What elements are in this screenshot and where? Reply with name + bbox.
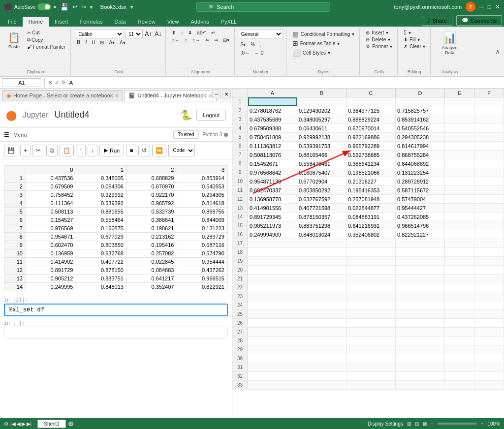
cell-10-a[interactable]: 0.954871139 xyxy=(248,177,297,185)
cell-24-a[interactable] xyxy=(248,301,297,309)
restore-icon[interactable]: □ xyxy=(488,3,491,10)
cell-12-d[interactable]: 0.57479004 xyxy=(396,195,445,203)
cell-18-e[interactable] xyxy=(445,248,474,256)
insert-function-icon[interactable]: fx xyxy=(62,79,65,86)
cell-1-a[interactable] xyxy=(248,97,297,106)
cell-14-c[interactable]: 0.084883191 xyxy=(346,213,396,221)
tab-home[interactable]: Home xyxy=(23,17,49,27)
cell-32-c[interactable] xyxy=(346,372,396,380)
cell-8-a[interactable]: 0.15452671 xyxy=(248,159,297,168)
cell-20-f[interactable] xyxy=(474,266,504,274)
cell-9-c[interactable]: 0.198521066 xyxy=(346,168,396,177)
cell-21-f[interactable] xyxy=(474,275,504,283)
cell-28-b[interactable] xyxy=(297,337,346,345)
cell-26-a[interactable] xyxy=(248,319,297,327)
comments-button[interactable]: 💬 Comments xyxy=(456,15,502,26)
paste-button[interactable]: 📋 Paste xyxy=(5,30,23,51)
autosum-button[interactable]: Σ ▾ xyxy=(402,30,413,36)
tab-formulas[interactable]: Formulas xyxy=(74,17,109,27)
cell-21-content[interactable]: %xl_set df xyxy=(4,304,228,316)
add-sheet-button[interactable]: ⊕ xyxy=(68,420,74,428)
cell-33-c[interactable] xyxy=(346,381,396,389)
font-size-select[interactable]: 11 xyxy=(125,30,143,38)
cell-6-e[interactable] xyxy=(445,142,474,150)
cell-23-d[interactable] xyxy=(396,292,445,301)
fill-button[interactable]: ⬇ Fill ▾ xyxy=(402,36,422,43)
cell-22-e[interactable] xyxy=(445,283,474,292)
cell-10-f[interactable] xyxy=(474,177,504,185)
cell-24-c[interactable] xyxy=(346,301,396,309)
cell-31-b[interactable] xyxy=(297,363,346,371)
bold-button[interactable]: B xyxy=(75,39,82,46)
cut-button[interactable]: ✂Cut xyxy=(25,30,67,36)
cell-1-b[interactable] xyxy=(297,97,346,106)
cell-23-c[interactable] xyxy=(346,292,396,301)
cell-26-e[interactable] xyxy=(445,319,474,327)
cell-32-e[interactable] xyxy=(445,372,474,380)
cell-26-f[interactable] xyxy=(474,319,504,327)
cell-14-a[interactable]: 0.891729345 xyxy=(248,213,297,221)
cell-13-f[interactable] xyxy=(474,204,504,212)
cell-23-a[interactable] xyxy=(248,292,297,301)
insert-cells-button[interactable]: ⊕ Insert ▾ xyxy=(364,30,390,36)
cell-23-b[interactable] xyxy=(297,292,346,301)
grid-body[interactable]: 120.2780187620.1294302020.3849771250.715… xyxy=(232,97,504,418)
fill-color-button[interactable]: A▾ xyxy=(107,39,117,46)
fast-forward-button[interactable]: ⏩ xyxy=(152,145,166,156)
cell-4-d[interactable]: 0.540552546 xyxy=(396,124,445,132)
cell-4-b[interactable]: 0.06430611 xyxy=(297,124,346,132)
cell-15-c[interactable]: 0.641216931 xyxy=(346,221,396,230)
cell-28-e[interactable] xyxy=(445,337,474,345)
cell-32-a[interactable] xyxy=(248,372,297,380)
zoom-in-button[interactable]: + xyxy=(481,421,484,427)
cell-9-b[interactable]: 0.160875407 xyxy=(297,168,346,177)
align-top-button[interactable]: ⬆ xyxy=(170,30,178,36)
cell-33-a[interactable] xyxy=(248,381,297,389)
close-icon[interactable]: ✕ xyxy=(495,3,500,10)
sheet-nav-next[interactable]: ▶ xyxy=(22,421,26,427)
cell-5-b[interactable]: 0.929992138 xyxy=(297,133,346,141)
cell-8-b[interactable]: 0.558476461 xyxy=(297,159,346,168)
tab-addins[interactable]: Add-ins xyxy=(185,17,215,27)
cell-3-c[interactable]: 0.888829224 xyxy=(346,115,396,123)
text-direction-button[interactable]: ab↶ xyxy=(195,30,208,36)
cell-16-a[interactable]: 0.249994909 xyxy=(248,230,297,239)
cell-7-f[interactable] xyxy=(474,151,504,159)
cell-19-a[interactable] xyxy=(248,257,297,265)
cell-21-e[interactable] xyxy=(445,275,474,283)
quick-access-more[interactable]: ▾ xyxy=(90,4,93,10)
cell-10-c[interactable]: 0.21316227 xyxy=(346,177,396,185)
cell-33-f[interactable] xyxy=(474,381,504,389)
cell-17-d[interactable] xyxy=(396,239,445,247)
minimize-icon[interactable]: ─ xyxy=(479,3,484,10)
cell-10-d[interactable]: 0.289728912 xyxy=(396,177,445,185)
cell-9-a[interactable]: 0.976568642 xyxy=(248,168,297,177)
cell-9-d[interactable]: 0.131223254 xyxy=(396,168,445,177)
cell-2-e[interactable] xyxy=(445,106,474,115)
cell-26-b[interactable] xyxy=(297,319,346,327)
cell-7-d[interactable]: 0.868755284 xyxy=(396,151,445,159)
cell-10-b[interactable]: 0.67702904 xyxy=(297,177,346,185)
save-icon[interactable]: 💾 xyxy=(60,3,68,11)
run-button[interactable]: ▶ Run xyxy=(99,145,124,156)
cell-12-c[interactable]: 0.257081948 xyxy=(346,195,396,203)
cell-14-f[interactable] xyxy=(474,213,504,221)
cell-17-a[interactable] xyxy=(248,239,297,247)
cell-32-d[interactable] xyxy=(396,372,445,380)
cell-24-d[interactable] xyxy=(396,301,445,309)
cell-21-a[interactable] xyxy=(248,275,297,283)
cell-26-d[interactable] xyxy=(396,319,445,327)
sheet-nav-last[interactable]: ▶| xyxy=(27,421,32,427)
cell-23-f[interactable] xyxy=(474,292,504,301)
panel-close-button[interactable]: ✕ xyxy=(222,90,231,98)
collapse-icon[interactable]: ∧ xyxy=(493,46,502,58)
cell-3-d[interactable]: 0.853914162 xyxy=(396,115,445,123)
sheet-nav-first[interactable]: |◀ xyxy=(10,421,16,427)
cell-6-c[interactable]: 0.965792289 xyxy=(346,142,396,150)
cell-11-e[interactable] xyxy=(445,186,474,194)
share-button[interactable]: ⤴ Share xyxy=(422,16,452,26)
cell-30-c[interactable] xyxy=(346,354,396,363)
ribbon-collapse-btn[interactable]: ∧ xyxy=(493,28,502,75)
cell-16-d[interactable]: 0.822921227 xyxy=(396,230,445,239)
cell-23-e[interactable] xyxy=(445,292,474,301)
